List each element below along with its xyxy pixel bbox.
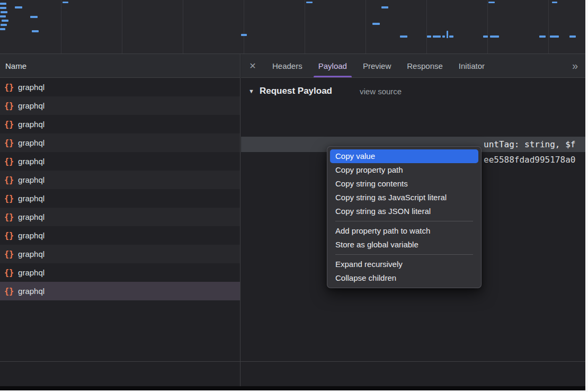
timeline-gridline <box>426 0 427 54</box>
request-name: graphql <box>18 157 44 166</box>
braces-icon: {} <box>4 101 14 111</box>
timeline-gridline <box>487 0 488 54</box>
view-source-link[interactable]: view source <box>360 87 402 96</box>
timeline-activity-bar <box>381 6 388 8</box>
braces-icon: {} <box>4 83 14 92</box>
request-row[interactable]: {}graphql <box>0 115 240 133</box>
timeline-activity-bar <box>0 7 6 9</box>
name-column-header[interactable]: Name <box>0 54 240 78</box>
timeline-activity-bar <box>550 35 559 38</box>
timeline-gridline <box>61 0 61 54</box>
request-row[interactable]: {}graphql <box>0 208 240 226</box>
request-name: graphql <box>18 138 44 147</box>
request-name: graphql <box>18 120 44 129</box>
braces-icon: {} <box>4 268 14 278</box>
details-tab-bar: ✕ HeadersPayloadPreviewResponseInitiator… <box>241 54 585 78</box>
braces-icon: {} <box>4 175 14 185</box>
section-collapse-triangle-icon[interactable]: ▼ <box>248 88 258 94</box>
menu-item-collapse-children[interactable]: Collapse children <box>330 271 478 285</box>
close-icon[interactable]: ✕ <box>241 61 264 71</box>
context-menu: Copy valueCopy property pathCopy string … <box>327 146 482 288</box>
request-name: graphql <box>18 175 44 184</box>
timeline-activity-bar <box>2 20 8 22</box>
network-overview-timeline[interactable] <box>0 0 585 54</box>
request-name: graphql <box>18 250 44 259</box>
timeline-activity-bar <box>490 35 499 38</box>
request-name: graphql <box>18 231 44 240</box>
braces-icon: {} <box>4 231 14 240</box>
timeline-activity-bar <box>0 15 6 17</box>
menu-item-copy-value[interactable]: Copy value <box>330 149 478 163</box>
request-name: graphql <box>18 101 44 110</box>
timeline-activity-bar <box>0 3 6 5</box>
braces-icon: {} <box>4 138 14 148</box>
request-name: graphql <box>18 268 44 277</box>
timeline-activity-bar <box>483 35 488 38</box>
panel-footer-divider <box>0 361 585 362</box>
timeline-activity-bar <box>449 35 453 38</box>
timeline-activity-bar <box>372 23 380 25</box>
timeline-activity-bar <box>15 6 22 8</box>
tab-headers[interactable]: Headers <box>264 54 310 77</box>
menu-item-copy-string-as-javascript-literal[interactable]: Copy string as JavaScript literal <box>330 191 478 204</box>
request-row[interactable]: {}graphql <box>0 171 240 189</box>
request-row[interactable]: {}graphql <box>0 133 240 152</box>
request-row[interactable]: {}graphql <box>0 282 240 300</box>
property-value-right: untTag: string, $f <box>484 137 575 152</box>
tab-preview[interactable]: Preview <box>355 54 399 77</box>
timeline-activity-bar <box>32 30 39 32</box>
payload-root-row[interactable]: ▼ {operationName: "ipFlowTimeseries", va… <box>241 106 585 121</box>
timeline-activity-bar <box>447 31 448 38</box>
menu-item-copy-property-path[interactable]: Copy property path <box>330 163 478 177</box>
request-row[interactable]: {}graphql <box>0 245 240 263</box>
menu-item-add-property-path-to-watch[interactable]: Add property path to watch <box>330 224 478 238</box>
request-row[interactable]: {}graphql <box>0 78 240 96</box>
menu-item-expand-recursively[interactable]: Expand recursively <box>330 257 478 271</box>
timeline-activity-bar <box>63 2 68 3</box>
braces-icon: {} <box>4 194 14 203</box>
request-list-panel: Name {}graphql{}graphql{}graphql{}graphq… <box>0 54 240 386</box>
menu-separator <box>335 221 473 221</box>
timeline-activity-bar <box>306 2 313 3</box>
braces-icon: {} <box>4 120 14 129</box>
braces-icon: {} <box>4 212 14 222</box>
timeline-activity-bar <box>442 35 445 38</box>
request-name: graphql <box>18 83 44 92</box>
request-row[interactable]: {}graphql <box>0 226 240 245</box>
timeline-gridline <box>244 0 244 54</box>
timeline-gridline <box>122 0 122 54</box>
property-value-right: ee5588fdad995178a0 <box>484 152 575 167</box>
request-row[interactable]: {}graphql <box>0 189 240 208</box>
request-list: {}graphql{}graphql{}graphql{}graphql{}gr… <box>0 78 240 300</box>
payload-section-title: Request Payload <box>260 86 332 96</box>
timeline-activity-bar <box>569 35 576 38</box>
devtools-network-panel: Name {}graphql{}graphql{}graphql{}graphq… <box>0 0 585 390</box>
request-row[interactable]: {}graphql <box>0 263 240 282</box>
timeline-gridline <box>366 0 366 54</box>
timeline-activity-bar <box>433 35 441 38</box>
timeline-activity-bar <box>241 34 247 36</box>
timeline-activity-bar <box>400 35 407 38</box>
timeline-activity-bar <box>488 2 495 3</box>
tab-initiator[interactable]: Initiator <box>451 54 493 77</box>
menu-item-copy-string-as-json-literal[interactable]: Copy string as JSON literal <box>330 204 478 218</box>
braces-icon: {} <box>4 250 14 259</box>
tab-payload[interactable]: Payload <box>310 54 355 77</box>
bottom-bar <box>0 386 585 390</box>
timeline-activity-bar <box>1 11 7 13</box>
more-tabs-icon[interactable]: » <box>572 60 585 72</box>
timeline-activity-bar <box>0 28 5 30</box>
name-column-label: Name <box>5 61 26 70</box>
timeline-activity-bar <box>1 24 7 26</box>
request-name: graphql <box>18 287 44 296</box>
timeline-gridline <box>305 0 305 54</box>
request-name: graphql <box>18 194 44 203</box>
tab-response[interactable]: Response <box>399 54 451 77</box>
operation-name-row[interactable]: operationName: "ipFlowTimeseries" <box>241 121 585 137</box>
timeline-gridline <box>183 0 183 54</box>
request-row[interactable]: {}graphql <box>0 152 240 171</box>
menu-item-copy-string-contents[interactable]: Copy string contents <box>330 177 478 191</box>
menu-item-store-as-global-variable[interactable]: Store as global variable <box>330 238 478 252</box>
tabs: HeadersPayloadPreviewResponseInitiator <box>264 54 493 77</box>
request-row[interactable]: {}graphql <box>0 96 240 115</box>
